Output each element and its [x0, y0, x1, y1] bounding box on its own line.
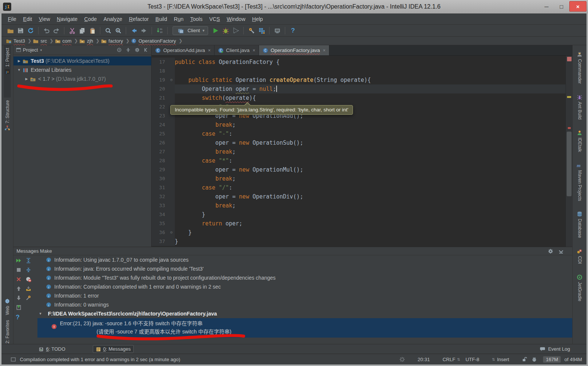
tree-row[interactable]: ▶< 1.7 > (D:\Java jdk1.7.0_07)	[13, 74, 151, 83]
caret-position[interactable]: 20:31	[418, 357, 430, 362]
chevron-down-icon[interactable]: ▾	[40, 48, 42, 52]
chevron-expanded-icon[interactable]: ▼	[37, 312, 43, 316]
chevron-collapsed-icon[interactable]: ▶	[16, 59, 22, 63]
toolstripe-idetalk[interactable]: IDEtalk	[576, 127, 583, 155]
replace-icon[interactable]: A	[114, 27, 122, 34]
close-red-icon[interactable]	[16, 276, 22, 282]
event-log-button[interactable]: Event Log	[540, 346, 570, 352]
nav-back-icon[interactable]	[130, 27, 138, 34]
minimize-button[interactable]: ─	[539, 1, 554, 12]
toolstripe-database[interactable]: Database	[576, 209, 583, 240]
breadcrumb-item-factory[interactable]: factory	[101, 38, 123, 44]
close-tab-icon[interactable]: ×	[323, 48, 326, 53]
toolstripe-project[interactable]: 1: ProjectjI	[4, 45, 11, 98]
toolstripe-structure[interactable]: 7: Structure	[4, 98, 11, 133]
menu-code[interactable]: Code	[81, 15, 100, 24]
coverage-icon[interactable]	[232, 27, 240, 34]
hide-warn-icon[interactable]	[25, 276, 31, 282]
message-error-row[interactable]: !Error:(21, 23) java: -source 1.6 中不支持 s…	[37, 318, 572, 338]
collapse-icon[interactable]	[125, 47, 131, 53]
tab-client[interactable]: CClient.java×	[214, 45, 259, 55]
toolwindow-toggle-icon[interactable]	[10, 357, 16, 362]
menu-build[interactable]: Build	[152, 15, 170, 24]
message-info-row[interactable]: iInformation: Module "Test3" was fully r…	[37, 273, 572, 282]
breadcrumb-item-com[interactable]: com	[55, 38, 72, 44]
menu-run[interactable]: Run	[171, 15, 187, 24]
tab-operationfactory[interactable]: COperationFactory.java×	[259, 45, 329, 55]
save-icon[interactable]	[16, 27, 24, 34]
fold-marker-icon[interactable]: ⊖	[168, 228, 175, 237]
tree-row[interactable]: ▼External Libraries	[13, 65, 151, 74]
encoding-selector[interactable]: UTF-8	[466, 357, 479, 362]
close-tab-icon[interactable]: ×	[208, 48, 211, 53]
settings-icon[interactable]	[247, 27, 255, 34]
hide-down-icon[interactable]	[558, 248, 564, 254]
toolstripe-commander[interactable]: Commander	[576, 49, 583, 86]
tab-operationadd[interactable]: COperationAdd.java×	[152, 45, 214, 55]
file-error-marker[interactable]	[567, 57, 572, 61]
hide-left-icon[interactable]	[143, 47, 149, 53]
toolstripe-mavenprojects[interactable]: mMaven Projects	[576, 160, 583, 204]
menu-view[interactable]: View	[36, 15, 54, 24]
collapse-blue-icon[interactable]	[25, 267, 31, 273]
run-configuration-selector[interactable]: Client▼	[173, 26, 208, 35]
toolstripe-antbuild[interactable]: Ant Build	[576, 92, 583, 122]
project-structure-icon[interactable]	[258, 27, 265, 34]
export-green-icon[interactable]	[16, 304, 22, 310]
menu-vcs[interactable]: VCS	[206, 15, 223, 24]
menu-help[interactable]: Help	[249, 15, 266, 24]
line-separator-selector[interactable]: CRLF⇅	[442, 357, 460, 362]
help-icon[interactable]: ?	[289, 27, 297, 34]
insert-mode-indicator[interactable]: ⇅Insert	[492, 357, 509, 362]
menu-tools[interactable]: Tools	[187, 15, 206, 24]
find-icon[interactable]	[104, 27, 112, 34]
menu-refactor[interactable]: Refactor	[125, 15, 152, 24]
autoscroll-icon[interactable]	[25, 286, 31, 292]
export-icon[interactable]	[273, 27, 281, 34]
warning-marker[interactable]	[567, 96, 571, 98]
help-icon[interactable]: ?	[16, 314, 22, 320]
message-info-row[interactable]: iInformation: Using javac 1.7.0_07 to co…	[37, 255, 572, 264]
wrench-icon[interactable]	[25, 295, 31, 301]
chevron-expanded-icon[interactable]: ▼	[16, 68, 22, 72]
code-editor[interactable]: 17public class OperationFactory {1819⊖ p…	[152, 56, 566, 247]
message-info-row[interactable]: iInformation: 0 warnings	[37, 300, 572, 309]
toolstripe-cdi[interactable]: CDI	[576, 246, 583, 267]
locate-icon[interactable]	[116, 47, 122, 53]
paste-icon[interactable]	[88, 27, 96, 34]
up-icon[interactable]	[16, 286, 22, 292]
breadcrumb-item-src[interactable]: src	[33, 38, 47, 44]
hector-inspections-icon[interactable]	[531, 357, 537, 362]
menu-analyze[interactable]: Analyze	[100, 15, 126, 24]
messages-toolwindow-button[interactable]: 0: Messages	[93, 345, 134, 353]
lock-icon[interactable]	[522, 357, 527, 362]
breadcrumb-item-zjh[interactable]: zjh	[79, 38, 93, 44]
cut-icon[interactable]	[68, 27, 76, 34]
chevron-collapsed-icon[interactable]: ▶	[23, 77, 30, 81]
sync-icon[interactable]	[27, 27, 34, 34]
debug-icon[interactable]	[222, 27, 229, 34]
error-marker[interactable]	[568, 127, 571, 129]
maximize-button[interactable]: □	[554, 1, 569, 12]
menu-window[interactable]: Window	[223, 15, 249, 24]
memory-indicator[interactable]: 167M of 494M	[543, 356, 582, 363]
editor-area[interactable]: COperationAdd.java×CClient.java×COperati…	[152, 45, 572, 247]
editor-scrollbar[interactable]	[567, 132, 572, 196]
message-info-row[interactable]: iInformation: Compilation completed with…	[37, 282, 572, 291]
redo-icon[interactable]	[52, 27, 60, 34]
run-icon[interactable]	[211, 27, 219, 34]
tree-row[interactable]: ▶Test3 (F:\IDEA WorkSpace\Test3)	[13, 56, 151, 65]
todo-toolwindow-button[interactable]: 6: TODO	[36, 345, 68, 353]
close-tab-icon[interactable]: ×	[253, 48, 255, 53]
fold-marker-icon[interactable]: ⊖	[168, 76, 175, 84]
sort-lines-icon[interactable]: 0110	[156, 27, 164, 34]
toolstripe-web[interactable]: Web	[4, 296, 11, 317]
menu-navigate[interactable]: Navigate	[54, 15, 81, 24]
nav-forward-icon[interactable]	[140, 27, 148, 34]
copy-icon[interactable]	[78, 27, 86, 34]
open-icon[interactable]	[6, 27, 14, 34]
message-file-row[interactable]: ▼F:\IDEA WorkSpace\Test3\src\com\zjh\fac…	[37, 309, 572, 318]
breadcrumb-item-operationfactory[interactable]: COperationFactory	[131, 38, 176, 44]
expand-icon[interactable]	[25, 258, 31, 264]
breadcrumb-item-test3[interactable]: Test3	[6, 38, 25, 44]
